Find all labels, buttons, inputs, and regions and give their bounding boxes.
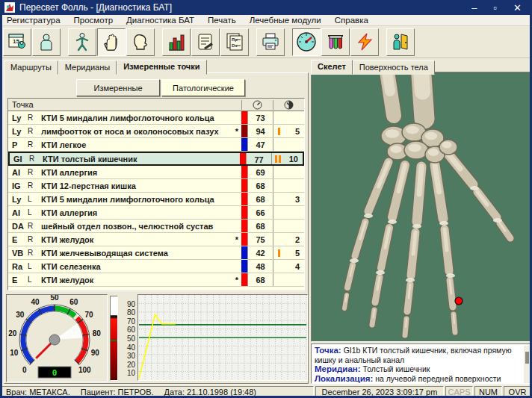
point-row-ai-r[interactable]: AIRКТИ аллергия69	[8, 166, 304, 179]
drop-ticks	[273, 138, 285, 151]
point-row-vb-r[interactable]: VBRКТИ желчевыводящая система425	[8, 246, 304, 260]
filter-pathological-button[interactable]: Патологические	[161, 79, 245, 96]
point-flag: *	[232, 127, 241, 136]
head-mode-button[interactable]	[126, 28, 155, 56]
maximize-button[interactable]: ▫	[493, 2, 497, 13]
point-row-ly-r[interactable]: LyRлимфоотток от носа и околоносовых паз…	[8, 125, 304, 138]
point-flag: *	[232, 235, 241, 244]
tab-маршруты[interactable]: Маршруты	[4, 60, 58, 75]
left-tab-strip: МаршрутыМеридианыИзмеренные точки	[4, 60, 207, 75]
point-row-da-r[interactable]: DARшейный отдел позвон., челюстной суста…	[8, 220, 304, 233]
gauge-value-column-icon	[241, 100, 273, 110]
point-row-e-r[interactable]: ERКТИ желудок*752	[8, 233, 304, 246]
diagnostics-gauge-button[interactable]	[292, 28, 321, 56]
gauge-tick-label: 40	[31, 298, 40, 306]
measured-point-marker[interactable]	[455, 297, 463, 305]
point-side: L	[28, 262, 41, 270]
point-row-ly-l[interactable]: LyLКТИ 5 миндалин лимфоглоточного кольца…	[8, 193, 304, 206]
point-name: КТИ 5 миндалин лимфоглоточного кольца	[41, 195, 232, 204]
menu-item-справка[interactable]: Справка	[328, 16, 375, 25]
chart-y-tick: 10	[127, 369, 135, 377]
point-code: Ly	[8, 114, 28, 122]
drop-ticks	[273, 233, 285, 246]
point-info-panel: Точка: GI1b КТИ толстый кишечник, включа…	[311, 343, 532, 384]
point-row-ly-r[interactable]: LyRКТИ 5 миндалин лимфоглоточного кольца…	[8, 111, 304, 125]
drop-value: 4	[285, 262, 304, 271]
tab-меридианы[interactable]: Меридианы	[58, 60, 117, 75]
menu-item-регистратура[interactable]: Регистратура	[0, 16, 67, 25]
tab-поверхность-тела[interactable]: Поверхность тела	[353, 60, 435, 75]
status-clock: December 26, 2023 3:09:17 pm	[315, 386, 444, 397]
drop-ticks	[273, 179, 285, 192]
patient-card-icon	[37, 32, 56, 52]
info-scrollbar[interactable]	[524, 346, 531, 383]
filter-measured-button[interactable]: Измеренные	[76, 79, 160, 96]
point-description: GI1b КТИ толстый кишечник, включая пряму…	[315, 346, 512, 364]
info-scrollbar-thumb[interactable]	[525, 352, 529, 364]
exit-door-icon	[391, 32, 410, 52]
app-window: Пересвет Фолль - [Диагностика БАТ] – ▫ ✕…	[0, 0, 532, 398]
status-patient: Пациент: ПЕТРОВ.	[81, 388, 154, 397]
gauge-tick-label: 50	[50, 295, 59, 302]
point-row-e-l[interactable]: ELКТИ желудок*68	[8, 273, 304, 287]
value-color-bar	[240, 153, 246, 164]
menu-item-просмотр[interactable]: Просмотр	[67, 16, 120, 25]
chart-y-tick: 20	[127, 361, 135, 369]
skeleton-view[interactable]	[311, 72, 532, 342]
close-button[interactable]: ✕	[513, 2, 522, 13]
point-name: КТИ 12-перстная кишка	[41, 181, 232, 190]
point-side: R	[29, 155, 43, 163]
results-chart-button[interactable]	[162, 28, 191, 56]
menu-item-лечебные-модули[interactable]: Лечебные модули	[243, 16, 328, 25]
prescriptions-button[interactable]: RpDs	[220, 28, 249, 56]
menu-item-печать[interactable]: Печать	[201, 16, 243, 25]
drop-ticks	[273, 246, 285, 259]
gauge-tick-label: 90	[91, 349, 100, 357]
gauge-digital-value: 0	[52, 368, 58, 378]
point-side: R	[28, 235, 41, 243]
gauge-tick-label: 20	[8, 329, 17, 338]
point-code: GI	[10, 155, 29, 164]
status-bar: Врач: МЕТАКСА. Пациент: ПЕТРОВ. Дата: 21…	[0, 385, 532, 398]
point-value: 68	[247, 220, 273, 232]
therapy-lightning-button[interactable]	[350, 28, 379, 56]
point-value: 68	[247, 193, 273, 205]
notes-document-button[interactable]	[191, 28, 220, 56]
gauge-drop-column-icon	[273, 100, 304, 110]
drop-tick	[279, 155, 281, 163]
drop-ticks	[273, 220, 285, 232]
patient-card-button[interactable]	[32, 28, 61, 56]
drop-ticks	[273, 166, 285, 178]
value-color-bar	[241, 273, 247, 286]
drop-value: 10	[283, 155, 303, 164]
hand-mode-button[interactable]	[97, 28, 126, 56]
test-tubes-button[interactable]	[321, 28, 350, 56]
drop-ticks	[273, 260, 285, 273]
point-name: КТИ желчевыводящая система	[41, 249, 232, 258]
point-code: DA	[8, 222, 28, 231]
point-side: R	[28, 222, 41, 230]
gauge-tick-label: 0	[22, 366, 27, 374]
point-side: L	[28, 276, 41, 284]
point-row-gi-r[interactable]: GIRКТИ толстый кишечник7710	[8, 152, 304, 166]
point-code: E	[8, 235, 28, 244]
tab-измеренные-точки[interactable]: Измеренные точки	[117, 60, 206, 75]
tab-скелет[interactable]: Скелет	[311, 60, 353, 75]
drop-ticks	[273, 125, 285, 137]
menu-item-диагностика-бат[interactable]: Диагностика БАТ	[120, 16, 201, 25]
minimize-button[interactable]: –	[471, 2, 477, 13]
point-value: 94	[247, 125, 273, 137]
point-name: шейный отдел позвон., челюстной сустав	[41, 222, 232, 231]
point-row-ai-l[interactable]: AILКТИ аллергия66	[8, 206, 304, 220]
point-row-ra-l[interactable]: RaLКТИ селезенка484	[8, 260, 304, 273]
point-value: 66	[247, 206, 273, 219]
point-row-ig-r[interactable]: IGRКТИ 12-перстная кишка68	[8, 179, 304, 193]
exit-door-button[interactable]	[386, 28, 415, 56]
point-name: КТИ селезенка	[41, 262, 232, 271]
point-row-p-r[interactable]: PRКТИ легкое47	[8, 138, 304, 152]
points-table-body: LyRКТИ 5 миндалин лимфоглоточного кольца…	[8, 111, 304, 287]
body-figure-button[interactable]	[68, 28, 96, 56]
chart-y-tick: 70	[127, 317, 135, 326]
registry-calendar-button[interactable]: 15	[3, 28, 31, 56]
printer-button[interactable]	[256, 28, 285, 56]
